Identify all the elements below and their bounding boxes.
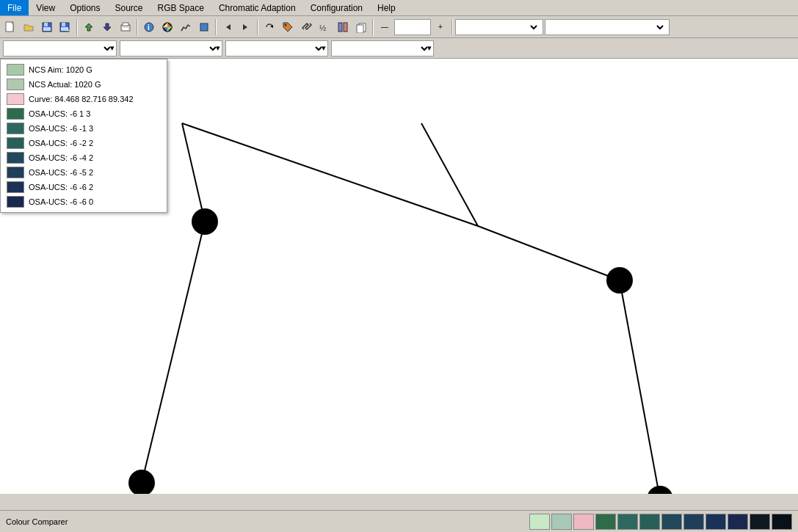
svg-line-28	[142, 222, 205, 483]
dd2-select[interactable]	[123, 43, 219, 54]
color-row-osa-2[interactable]: OSA-UCS: -6 -2 2	[1, 136, 167, 150]
svg-rect-17	[200, 23, 208, 31]
save-as-button[interactable]: +	[57, 18, 74, 36]
label-curve: Curve: 84.468 82.716 89.342	[29, 95, 134, 103]
graph-button[interactable]	[177, 18, 195, 36]
refresh-button[interactable]	[261, 18, 278, 36]
bottom-swatch-11[interactable]	[772, 514, 792, 530]
swatch-osa-0	[7, 108, 24, 120]
dd3-select[interactable]	[229, 43, 324, 54]
swatch-osa-3	[7, 152, 24, 164]
color-row-osa-3[interactable]: OSA-UCS: -6 -4 2	[1, 150, 167, 165]
color-row-osa-6[interactable]: OSA-UCS: -6 -6 0	[1, 194, 167, 209]
bottom-swatch-10[interactable]	[750, 514, 770, 530]
separator-1	[76, 19, 78, 35]
bottom-swatch-1[interactable]	[551, 514, 572, 530]
label-osa-3: OSA-UCS: -6 -4 2	[29, 153, 93, 162]
swatch-ncs-actual	[7, 79, 24, 90]
back-button[interactable]	[219, 18, 236, 36]
svg-text:i: i	[148, 23, 150, 32]
node-4[interactable]	[647, 486, 673, 494]
color-row-ncs-aim[interactable]: NCS Aim: 1020 G	[1, 62, 167, 77]
dropdown-a[interactable]	[455, 19, 543, 35]
separator-2	[137, 19, 138, 35]
label-osa-6: OSA-UCS: -6 -6 0	[29, 197, 93, 206]
separator-6	[451, 19, 453, 35]
svg-rect-2	[44, 23, 48, 26]
dd2[interactable]: ▾	[120, 40, 222, 57]
menu-help[interactable]: Help	[370, 0, 403, 15]
node-2[interactable]	[128, 470, 155, 494]
forward-button[interactable]	[237, 18, 255, 36]
bottom-swatch-3[interactable]	[595, 514, 616, 530]
node-1[interactable]	[192, 208, 218, 235]
menu-rgb-space[interactable]: RGB Space	[150, 0, 211, 15]
label-osa-0: OSA-UCS: -6 1 3	[29, 109, 90, 118]
menu-options[interactable]: Options	[62, 0, 107, 15]
swatch-osa-4	[7, 167, 24, 178]
bottom-swatch-9[interactable]	[728, 514, 748, 530]
print-button[interactable]	[117, 18, 134, 36]
main-area: NCS Aim: 1020 G NCS Actual: 1020 G Curve…	[0, 59, 798, 494]
import-button[interactable]	[80, 18, 98, 36]
bottom-swatch-6[interactable]	[661, 514, 682, 530]
new-button[interactable]	[1, 18, 19, 36]
svg-line-31	[620, 280, 660, 494]
svg-line-27	[182, 123, 205, 222]
square-button[interactable]	[195, 18, 213, 36]
menu-source[interactable]: Source	[108, 0, 150, 15]
svg-marker-19	[243, 24, 247, 30]
half-button[interactable]: ½	[316, 18, 333, 36]
dd4[interactable]: ▾	[331, 40, 434, 57]
svg-line-32	[421, 123, 478, 226]
toolbar: + i	[0, 16, 798, 38]
info-button[interactable]: i	[140, 18, 158, 36]
dd1[interactable]: ▾	[3, 40, 117, 57]
color-panel: NCS Aim: 1020 G NCS Actual: 1020 G Curve…	[0, 59, 167, 213]
svg-rect-3	[43, 27, 51, 31]
expand-button[interactable]	[334, 18, 352, 36]
menu-chromatic-adaption[interactable]: Chromatic Adaption	[211, 0, 303, 15]
svg-point-21	[285, 23, 287, 26]
node-3[interactable]	[606, 267, 633, 294]
label-osa-2: OSA-UCS: -6 -2 2	[29, 139, 93, 147]
bottom-swatch-5[interactable]	[639, 514, 660, 530]
dropdown-b[interactable]	[545, 19, 670, 35]
color-row-osa-5[interactable]: OSA-UCS: -6 -6 2	[1, 180, 167, 194]
copy-button[interactable]	[352, 18, 370, 36]
menu-configuration[interactable]: Configuration	[303, 0, 370, 15]
dd4-select[interactable]	[335, 43, 430, 54]
swatch-osa-6	[7, 196, 24, 208]
bottom-swatch-0[interactable]	[529, 514, 550, 530]
menu-file[interactable]: File	[0, 0, 29, 15]
color-row-osa-1[interactable]: OSA-UCS: -6 -1 3	[1, 121, 167, 136]
label-ncs-actual: NCS Actual: 1020 G	[29, 80, 101, 89]
open-button[interactable]	[20, 18, 37, 36]
link-button[interactable]	[297, 18, 315, 36]
bottom-swatch-8[interactable]	[705, 514, 726, 530]
swatch-ncs-aim	[7, 64, 24, 76]
color-row-osa-4[interactable]: OSA-UCS: -6 -5 2	[1, 165, 167, 180]
tag-button[interactable]	[279, 18, 297, 36]
bottom-swatches	[529, 514, 792, 530]
svg-rect-12	[123, 28, 128, 30]
dd1-select[interactable]	[7, 43, 113, 54]
bottom-swatch-2[interactable]	[573, 514, 594, 530]
zoom-out-button[interactable]: —	[376, 18, 393, 36]
color-row-osa-0[interactable]: OSA-UCS: -6 1 3	[1, 106, 167, 121]
menu-view[interactable]: View	[29, 0, 62, 15]
zoom-in-button[interactable]: +	[432, 18, 449, 36]
color-wheel-button[interactable]	[159, 18, 176, 36]
zoom-input[interactable]: 100%	[394, 19, 431, 35]
export-button[interactable]	[98, 18, 116, 36]
dropdown-a-select[interactable]	[459, 22, 540, 32]
bottom-swatch-4[interactable]	[617, 514, 638, 530]
dd3[interactable]: ▾	[225, 40, 328, 57]
color-row-curve[interactable]: Curve: 84.468 82.716 89.342	[1, 92, 167, 106]
dropdown-b-select[interactable]	[548, 22, 666, 32]
color-row-ncs-actual[interactable]: NCS Actual: 1020 G	[1, 77, 167, 92]
svg-text:½: ½	[319, 23, 326, 32]
svg-line-29	[182, 123, 478, 226]
bottom-swatch-7[interactable]	[683, 514, 704, 530]
save-button[interactable]	[38, 18, 56, 36]
